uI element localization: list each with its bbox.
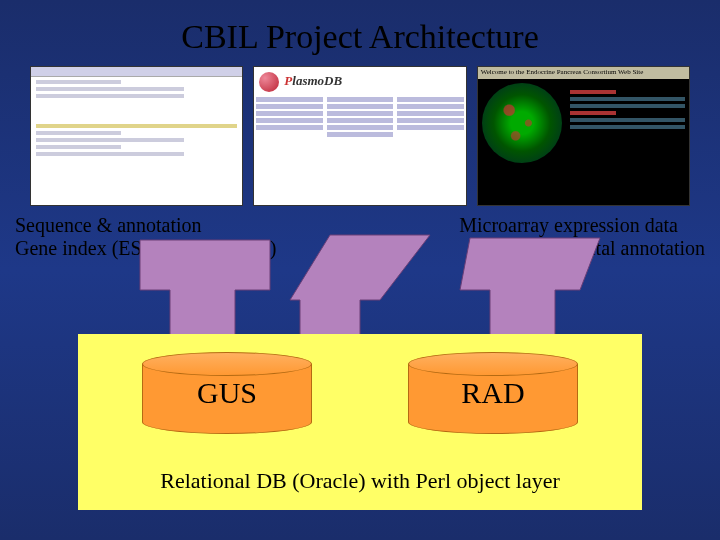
screenshot-left bbox=[30, 66, 243, 206]
left-caption-2: Gene index (ESTs and m.RNAs) bbox=[15, 237, 276, 260]
right-caption-2: experimental annotation bbox=[459, 237, 705, 260]
plasmodb-logo-icon bbox=[259, 72, 279, 92]
screenshot-right: Welcome to the Endocrine Pancreas Consor… bbox=[477, 66, 690, 206]
screenshot-row: PlasmoDB Welcome to the Endocrine Pancre… bbox=[0, 56, 720, 206]
epcon-topbar: Welcome to the Endocrine Pancreas Consor… bbox=[478, 67, 689, 79]
screenshot-middle: PlasmoDB bbox=[253, 66, 466, 206]
plasmodb-brand: PlasmoDB bbox=[284, 73, 342, 89]
cylinder-gus: GUS bbox=[142, 352, 312, 434]
right-caption-1: Microarray expression data bbox=[459, 214, 705, 237]
db-caption: Relational DB (Oracle) with Perl object … bbox=[78, 468, 642, 494]
left-caption-1: Sequence & annotation bbox=[15, 214, 276, 237]
slide-title: CBIL Project Architecture bbox=[0, 0, 720, 56]
cylinder-gus-label: GUS bbox=[142, 352, 312, 434]
cylinder-rad: RAD bbox=[408, 352, 578, 434]
cylinder-rad-label: RAD bbox=[408, 352, 578, 434]
cell-image-icon bbox=[482, 83, 562, 163]
db-layer-box: GUS RAD Relational DB (Oracle) with Perl… bbox=[78, 334, 642, 510]
mid-labels: Sequence & annotation Gene index (ESTs a… bbox=[0, 206, 720, 260]
